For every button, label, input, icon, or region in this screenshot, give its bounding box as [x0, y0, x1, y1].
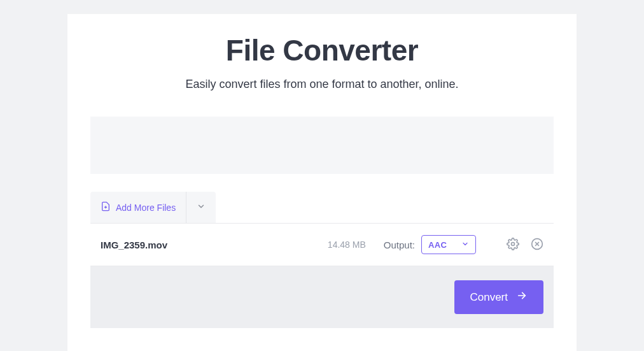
- close-circle-icon: [531, 238, 543, 252]
- footer-row: Convert: [90, 266, 554, 328]
- file-add-icon: [101, 201, 111, 214]
- convert-button[interactable]: Convert: [454, 280, 543, 314]
- output-label: Output:: [384, 240, 415, 250]
- arrow-right-icon: [515, 290, 528, 304]
- ad-banner: [90, 117, 554, 174]
- converter-panel: Add More Files IMG_2359.mov 14.48 MB Out…: [90, 192, 554, 328]
- add-more-files-label: Add More Files: [116, 203, 176, 213]
- gear-icon: [507, 238, 519, 252]
- file-row: IMG_2359.mov 14.48 MB Output: AAC: [90, 223, 554, 266]
- add-source-dropdown-button[interactable]: [186, 192, 216, 223]
- convert-button-label: Convert: [470, 291, 508, 304]
- file-size: 14.48 MB: [328, 240, 366, 250]
- file-name: IMG_2359.mov: [101, 240, 328, 250]
- chevron-down-icon: [461, 239, 469, 250]
- chevron-down-icon: [197, 202, 206, 213]
- output-format-value: AAC: [428, 240, 447, 250]
- remove-file-button[interactable]: [531, 238, 543, 252]
- page-title: File Converter: [67, 33, 577, 68]
- svg-point-2: [512, 242, 515, 245]
- page-subtitle: Easily convert files from one format to …: [67, 78, 577, 91]
- settings-button[interactable]: [507, 238, 519, 252]
- output-format-select[interactable]: AAC: [421, 235, 476, 254]
- add-more-files-button[interactable]: Add More Files: [90, 192, 186, 223]
